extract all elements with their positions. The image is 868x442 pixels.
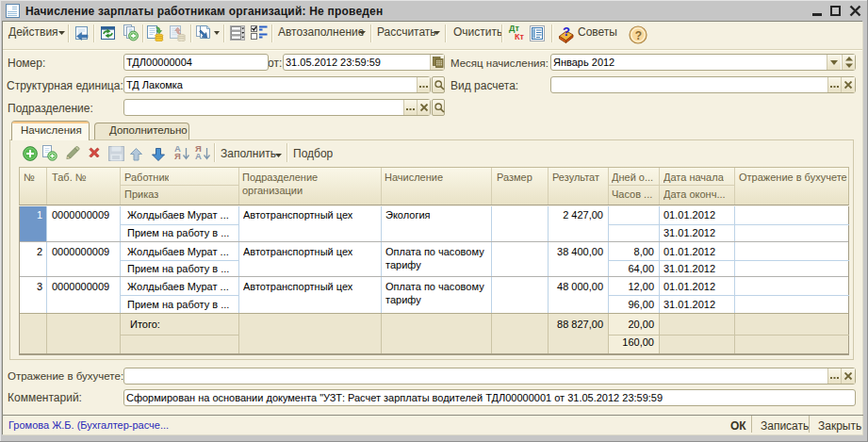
svg-text:?: ? bbox=[563, 25, 570, 39]
svg-text:?: ? bbox=[635, 29, 642, 42]
